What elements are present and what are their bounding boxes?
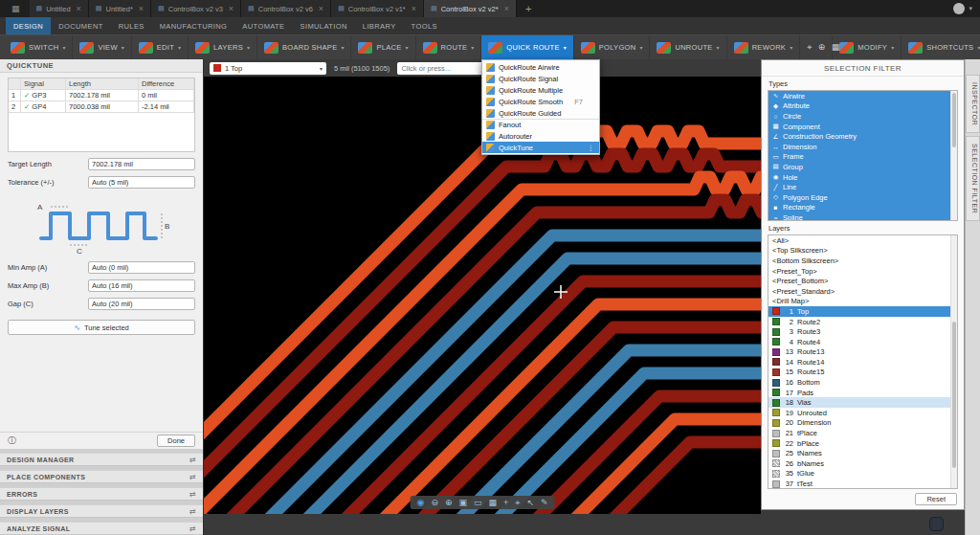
- layer-item[interactable]: 21 tPlace: [768, 428, 957, 438]
- collapsed-panel-bar[interactable]: ERRORS ⇄: [0, 487, 203, 501]
- type-item[interactable]: ◉ Hole: [768, 172, 957, 183]
- panel-expand-icon[interactable]: ⇄: [189, 456, 196, 464]
- menu-item[interactable]: DESIGN: [6, 17, 51, 34]
- layer-item[interactable]: 14 Route14: [768, 357, 957, 368]
- layer-item[interactable]: 3 Route3: [768, 326, 957, 337]
- info-icon[interactable]: ⓘ: [8, 435, 16, 447]
- layer-item[interactable]: 19 Unrouted: [768, 408, 957, 418]
- type-item[interactable]: ▭ Frame: [768, 152, 957, 163]
- menu-item[interactable]: SIMULATION: [293, 17, 355, 34]
- layer-preset-item[interactable]: <Preset_Bottom>: [768, 276, 957, 286]
- nav-icon[interactable]: +: [503, 498, 508, 507]
- document-tab[interactable]: ▤ ControlBox v2 v2* ×: [424, 0, 517, 17]
- field-input[interactable]: [88, 261, 195, 274]
- layer-item[interactable]: 25 tNames: [768, 448, 957, 458]
- toolbar-group[interactable]: VIEW ▾: [73, 35, 131, 59]
- type-item[interactable]: ◆ Attribute: [768, 101, 957, 112]
- toolbar-group[interactable]: BOARD SHAPE ▾: [257, 35, 352, 59]
- layer-item[interactable]: 20 Dimension: [768, 418, 957, 429]
- document-tab[interactable]: ▤ Untitled ×: [30, 0, 89, 17]
- collapsed-panel-bar[interactable]: DESIGN MANAGER ⇄: [0, 453, 203, 466]
- layer-item[interactable]: 15 Route15: [768, 368, 957, 378]
- field-input[interactable]: [88, 158, 195, 170]
- type-item[interactable]: ▦ Component: [768, 122, 957, 132]
- side-tab[interactable]: SELECTION FILTER: [966, 136, 980, 221]
- nav-icon[interactable]: ✎: [541, 498, 548, 507]
- toolbar-group[interactable]: MODIFY ▾: [833, 35, 902, 59]
- quickroute-menu-item[interactable]: Autorouter: [482, 130, 599, 142]
- layer-preset-item[interactable]: <Preset_Top>: [768, 266, 957, 277]
- menu-item[interactable]: LIBRARY: [355, 17, 404, 34]
- type-item[interactable]: ≈ Spline: [768, 212, 957, 221]
- tab-close-icon[interactable]: ×: [229, 4, 234, 13]
- toolbar-group[interactable]: ROUTE ▾: [416, 35, 482, 59]
- quickroute-menu-item[interactable]: QuickRoute Multiple: [482, 84, 599, 96]
- field-input[interactable]: [88, 279, 195, 292]
- document-tab[interactable]: ▤ Untitled* ×: [89, 0, 151, 17]
- menu-item[interactable]: AUTOMATE: [234, 17, 292, 34]
- layer-item[interactable]: 4 Route4: [768, 337, 957, 347]
- layer-preset-item[interactable]: <All>: [768, 235, 957, 246]
- collapsed-panel-bar[interactable]: PLACE COMPONENTS ⇄: [0, 470, 203, 483]
- toolbar-group[interactable]: UNROUTE ▾: [650, 35, 726, 59]
- document-tab[interactable]: ▤ ControlBox v2 v1* ×: [331, 0, 424, 17]
- avatar-caret-icon[interactable]: ▾: [965, 5, 980, 12]
- toolbar-group[interactable]: REWORK ▾: [727, 35, 801, 59]
- type-item[interactable]: ∠ Construction Geometry: [768, 131, 957, 142]
- nav-icon[interactable]: ⊖: [431, 498, 438, 507]
- panel-expand-icon[interactable]: ⇄: [189, 490, 196, 499]
- layer-item[interactable]: 16 Bottom: [768, 377, 957, 388]
- tab-close-icon[interactable]: ×: [77, 4, 81, 13]
- type-item[interactable]: ■ Rectangle: [768, 203, 957, 213]
- nav-icon[interactable]: ▦: [489, 498, 498, 507]
- scrollbar[interactable]: [950, 91, 957, 220]
- user-avatar[interactable]: [953, 3, 965, 14]
- toolbar-group[interactable]: POLYGON ▾: [574, 35, 651, 59]
- quickroute-menu-item[interactable]: QuickTune ⋮: [482, 142, 599, 153]
- type-item[interactable]: ╱ Line: [768, 182, 957, 192]
- scrollbar-thumb[interactable]: [952, 322, 956, 468]
- toolbar-group[interactable]: LAYERS ▾: [189, 35, 257, 59]
- menu-item[interactable]: TOOLS: [404, 17, 445, 34]
- panel-expand-icon[interactable]: ⇄: [189, 507, 196, 516]
- toolbar-group[interactable]: EDIT ▾: [132, 35, 189, 59]
- layer-item[interactable]: 22 bPlace: [768, 438, 957, 449]
- layer-item[interactable]: 2 Route2: [768, 317, 957, 327]
- panel-expand-icon[interactable]: ⇄: [189, 473, 196, 481]
- layer-item[interactable]: 18 Vias: [768, 397, 957, 408]
- type-item[interactable]: ○ Circle: [768, 111, 957, 122]
- menu-item[interactable]: MANUFACTURING: [152, 17, 235, 34]
- type-item[interactable]: ↔ Dimension: [768, 142, 957, 152]
- quickroute-menu-item[interactable]: QuickRoute Airwire: [482, 61, 599, 73]
- field-input[interactable]: [88, 298, 195, 310]
- panel-expand-icon[interactable]: ⇄: [189, 524, 196, 533]
- layer-item[interactable]: 35 tGlue: [768, 469, 957, 479]
- layer-item[interactable]: 17 Pads: [768, 388, 957, 398]
- scrollbar-thumb[interactable]: [952, 93, 956, 147]
- side-tab[interactable]: INSPECTOR: [966, 75, 980, 133]
- nav-icon[interactable]: ⊕: [445, 498, 453, 507]
- tab-close-icon[interactable]: ×: [139, 4, 144, 13]
- quickroute-menu-item[interactable]: Fanout: [482, 119, 599, 130]
- tab-close-icon[interactable]: ×: [412, 4, 416, 13]
- signal-cell[interactable]: ✓GP3: [21, 90, 66, 101]
- menu-item[interactable]: RULES: [111, 17, 152, 34]
- signal-cell[interactable]: ✓GP4: [21, 101, 66, 113]
- toolbar-group[interactable]: ⌖ ⊕ ▦ ↔: [800, 35, 833, 59]
- nav-icon[interactable]: ▭: [474, 498, 482, 507]
- new-tab-button[interactable]: +: [517, 0, 540, 17]
- toolbar-group[interactable]: SHORTCUTS ▾: [902, 35, 980, 59]
- quickroute-menu-item[interactable]: QuickRoute Smooth F7: [482, 96, 599, 107]
- type-item[interactable]: ▤ Group: [768, 162, 957, 172]
- reset-button[interactable]: Reset: [915, 493, 957, 505]
- done-button[interactable]: Done: [157, 435, 195, 447]
- scrollbar[interactable]: [950, 235, 957, 488]
- toolbar-group[interactable]: SWITCH ▾: [4, 35, 73, 59]
- document-tab[interactable]: ▤ ControlBox v2 v3 ×: [151, 0, 241, 17]
- collapsed-panel-bar[interactable]: ANALYZE SIGNAL ⇄: [0, 522, 203, 535]
- tune-selected-button[interactable]: ∿ Tune selected: [8, 320, 195, 335]
- collapsed-panel-bar[interactable]: DISPLAY LAYERS ⇄: [0, 504, 203, 518]
- menu-item[interactable]: DOCUMENT: [51, 17, 111, 34]
- quickroute-menu-item[interactable]: QuickRoute Guided: [482, 107, 599, 119]
- tab-close-icon[interactable]: ×: [319, 4, 323, 13]
